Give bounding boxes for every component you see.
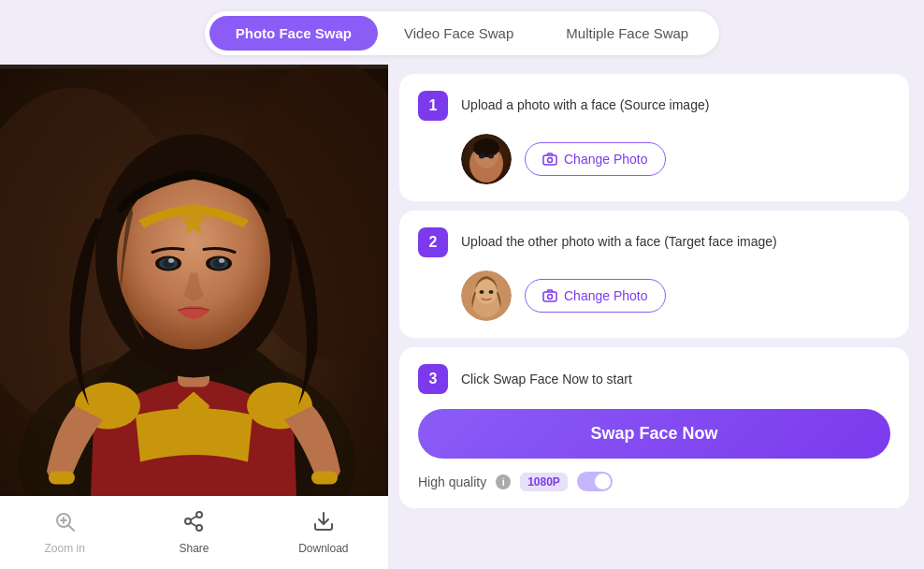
step2-change-photo-button[interactable]: Change Photo [525, 279, 666, 313]
share-button[interactable]: Share [129, 503, 258, 562]
step1-body: Change Photo [418, 134, 890, 184]
step2-thumb [461, 270, 512, 321]
right-panel: 1 Upload a photo with a face (Source ima… [388, 65, 924, 569]
quality-toggle[interactable] [577, 472, 613, 491]
step1-title: Upload a photo with a face (Source image… [461, 91, 709, 115]
info-icon[interactable]: i [496, 474, 511, 489]
step2-header: 2 Upload the other photo with a face (Ta… [418, 227, 890, 257]
step3-card: 3 Click Swap Face Now to start Swap Face… [399, 347, 909, 508]
svg-point-43 [489, 290, 494, 294]
svg-point-35 [479, 154, 484, 159]
svg-point-11 [117, 172, 270, 350]
svg-rect-7 [49, 472, 75, 485]
step1-thumb [461, 134, 512, 184]
zoom-label: Zoom in [44, 542, 84, 555]
swap-face-now-button[interactable]: Swap Face Now [418, 409, 890, 459]
tab-multiple[interactable]: Multiple Face Swap [540, 16, 715, 51]
step3-title: Click Swap Face Now to start [461, 372, 632, 387]
zoom-icon [53, 510, 76, 538]
svg-point-20 [219, 258, 224, 263]
svg-line-28 [191, 523, 197, 527]
quality-badge: 1080P [520, 473, 568, 491]
step3-badge: 3 [418, 364, 448, 394]
svg-point-45 [548, 295, 553, 299]
tab-video[interactable]: Video Face Swap [378, 16, 540, 51]
svg-line-29 [191, 517, 197, 520]
svg-rect-8 [311, 472, 338, 485]
step2-title: Upload the other photo with a face (Targ… [461, 227, 777, 252]
step1-header: 1 Upload a photo with a face (Source ima… [418, 91, 890, 121]
zoom-in-button[interactable]: Zoom in [0, 503, 129, 562]
svg-point-42 [480, 290, 484, 294]
svg-point-36 [488, 154, 494, 159]
left-panel: Vidnoz Zoom in [0, 65, 388, 569]
download-button[interactable]: Download [259, 503, 388, 562]
quality-row: High quality i 1080P [418, 472, 890, 491]
share-label: Share [179, 542, 209, 555]
svg-point-16 [168, 258, 174, 263]
toggle-knob [595, 474, 611, 489]
tab-photo[interactable]: Photo Face Swap [209, 16, 378, 51]
step2-badge: 2 [418, 227, 448, 257]
step3-header: 3 Click Swap Face Now to start [418, 364, 890, 394]
quality-label: High quality [418, 474, 486, 489]
step1-badge: 1 [418, 91, 448, 121]
svg-point-38 [548, 158, 553, 163]
svg-rect-37 [543, 155, 556, 165]
main-image: Vidnoz [0, 65, 388, 569]
step1-card: 1 Upload a photo with a face (Source ima… [399, 74, 909, 201]
download-icon [312, 510, 335, 538]
step1-change-photo-button[interactable]: Change Photo [525, 142, 666, 176]
svg-rect-44 [543, 292, 556, 301]
camera-icon-2 [542, 288, 557, 303]
tab-container: Photo Face Swap Video Face Swap Multiple… [205, 11, 719, 55]
step2-card: 2 Upload the other photo with a face (Ta… [399, 211, 909, 338]
share-icon [182, 510, 205, 538]
step2-body: Change Photo [418, 270, 890, 321]
bottom-toolbar: Zoom in Share [0, 496, 388, 569]
svg-line-22 [69, 526, 75, 532]
camera-icon [542, 152, 557, 167]
main-content: Vidnoz Zoom in [0, 65, 924, 569]
tab-bar: Photo Face Swap Video Face Swap Multiple… [0, 0, 924, 65]
download-label: Download [298, 542, 348, 555]
